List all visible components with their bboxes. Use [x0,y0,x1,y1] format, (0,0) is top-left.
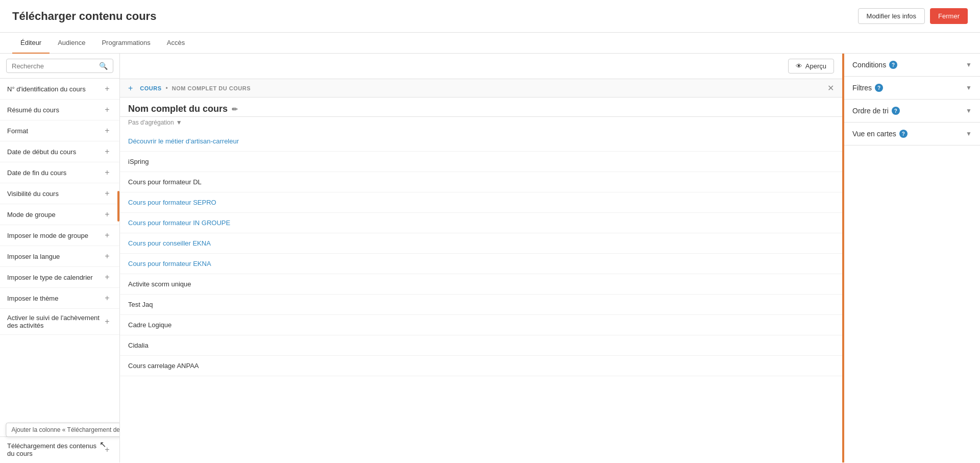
right-panel-header[interactable]: Filtres ? ▼ [844,77,980,99]
sidebar-item-label: N° d'identification du cours [7,85,102,93]
sidebar-item-label: Date de début du cours [7,148,102,156]
column-close-icon[interactable]: ✕ [827,83,834,93]
tab-audience[interactable]: Audience [50,33,93,54]
left-sidebar: 🔍 N° d'identification du cours +Résumé d… [0,54,120,462]
right-panel-header[interactable]: Conditions ? ▼ [844,54,980,76]
sidebar-item-plus[interactable]: + [102,316,112,327]
tab-acces[interactable]: Accès [159,33,193,54]
sidebar-item[interactable]: Visibilité du cours + [0,183,119,204]
course-item[interactable]: Cours pour formateur SEPRO [120,192,842,213]
course-item[interactable]: Activite scorm unique [120,274,842,295]
aggregation-row: Pas d'agrégation ▼ [120,117,842,131]
main-layout: 🔍 N° d'identification du cours +Résumé d… [0,54,980,462]
right-panel-label-group: Ordre de tri ? [852,107,900,115]
sidebar-item[interactable]: Date de début du cours + [0,141,119,162]
sidebar-item-label: Imposer le mode de groupe [7,232,102,239]
course-item[interactable]: Découvrir le métier d'artisan-carreleur [120,131,842,152]
sidebar-item-plus[interactable]: + [102,167,112,178]
sidebar-item-plus[interactable]: + [102,293,112,303]
sidebar-item-plus[interactable]: + [102,188,112,199]
right-panel-label-group: Conditions ? [852,61,897,69]
sidebar-item-plus[interactable]: + [102,209,112,220]
course-item[interactable]: Cours carrelage ANPAA [120,356,842,376]
right-panel-label: Vue en cartes [852,130,896,138]
search-wrapper[interactable]: 🔍 [6,59,113,73]
tab-editeur[interactable]: Éditeur [12,33,50,54]
close-button[interactable]: Fermer [930,8,968,24]
help-icon[interactable]: ? [889,61,897,69]
apercu-icon: 👁 [796,62,802,70]
right-sidebar: Conditions ? ▼ Filtres ? ▼ Ordre de tri … [842,54,980,462]
sidebar-item[interactable]: N° d'identification du cours + [0,79,119,100]
right-panel-header[interactable]: Vue en cartes ? ▼ [844,123,980,145]
column-add-icon[interactable]: + [128,84,133,93]
sidebar-item-plus[interactable]: + [102,230,112,240]
sidebar-item-plus[interactable]: + [102,126,112,136]
scrollbar-track [117,79,119,436]
column-header: + COURS • NOM COMPLET DU COURS ✕ [120,79,842,98]
sidebar-item[interactable]: Activer le suivi de l'achèvement des act… [0,309,119,335]
page-header: Télécharger contenu cours Modifier les i… [0,0,980,33]
course-item[interactable]: Cours pour formateur DL [120,172,842,192]
sidebar-item-label: Date de fin du cours [7,169,102,177]
sidebar-item[interactable]: Résumé du cours + [0,100,119,120]
course-item[interactable]: Cidalia [120,335,842,356]
page-title: Télécharger contenu cours [12,10,156,23]
sidebar-item-label: Imposer le thème [7,295,102,302]
center-toolbar: 👁 Aperçu [120,54,842,79]
sidebar-item[interactable]: Imposer le type de calendrier + [0,267,119,288]
course-item[interactable]: Test Jaq [120,295,842,315]
sidebar-item[interactable]: Imposer le mode de groupe + [0,225,119,246]
sidebar-item-plus[interactable]: + [102,84,112,94]
sidebar-item-plus[interactable]: + [102,251,112,261]
right-panel: Filtres ? ▼ [844,77,980,100]
sidebar-item[interactable]: Imposer le thème + [0,288,119,309]
sidebar-item-label: Activer le suivi de l'achèvement des act… [7,314,102,329]
sidebar-item-plus[interactable]: + [102,272,112,282]
help-icon[interactable]: ? [899,130,908,138]
sidebar-item-label: Format [7,127,102,135]
right-panel: Conditions ? ▼ [844,54,980,77]
last-item-label: Téléchargement des contenus du cours [7,442,102,457]
sidebar-item[interactable]: Mode de groupe + [0,204,119,225]
sidebar-item[interactable]: Date de fin du cours + [0,162,119,183]
chevron-down-icon: ▼ [966,61,972,68]
course-list: Découvrir le métier d'artisan-carreleuri… [120,131,842,462]
modify-info-button[interactable]: Modifier les infos [858,8,925,24]
breadcrumb-cours: COURS [140,85,161,91]
course-item[interactable]: Cadre Logique [120,315,842,335]
sidebar-item[interactable]: Format + [0,120,119,141]
sidebar-item-plus[interactable]: + [102,105,112,115]
sidebar-items-list: N° d'identification du cours +Résumé du … [0,79,119,436]
chevron-down-icon: ▼ [966,107,972,114]
right-panel-header[interactable]: Ordre de tri ? ▼ [844,100,980,122]
help-icon[interactable]: ? [892,107,900,115]
course-item[interactable]: Cours pour conseiller EKNA [120,233,842,254]
tab-programmations[interactable]: Programmations [93,33,158,54]
right-panel-label: Ordre de tri [852,107,889,115]
course-item[interactable]: iSpring [120,152,842,172]
right-panel-label: Filtres [852,84,872,92]
edit-icon[interactable]: ✏ [232,105,238,113]
search-input[interactable] [12,62,96,70]
sidebar-item-label: Imposer le type de calendrier [7,274,102,281]
sidebar-item-plus[interactable]: + [102,147,112,157]
sidebar-item-label: Résumé du cours [7,106,102,114]
course-item[interactable]: Cours pour formateur IN GROUPE [120,213,842,233]
apercu-label: Aperçu [805,62,826,70]
header-actions: Modifier les infos Fermer [858,8,968,24]
sidebar-item[interactable]: Imposer la langue + [0,246,119,267]
right-panel: Ordre de tri ? ▼ [844,100,980,123]
tooltip-bubble: Ajouter la colonne « Téléchargement des … [6,423,120,437]
sidebar-item-label: Imposer la langue [7,253,102,260]
help-icon[interactable]: ? [875,84,883,92]
column-title-text: Nom complet du cours [128,104,228,114]
column-title-row: Nom complet du cours ✏ [120,98,842,117]
tab-bar: Éditeur Audience Programmations Accès [0,33,980,54]
scrollbar-thumb [117,191,119,222]
aggregation-arrow-icon[interactable]: ▼ [176,119,182,126]
search-icon: 🔍 [99,62,108,70]
apercu-button[interactable]: 👁 Aperçu [788,59,834,74]
course-item[interactable]: Cours pour formateur EKNA [120,254,842,274]
last-sidebar-item[interactable]: Téléchargement des contenus du cours + [7,442,112,457]
